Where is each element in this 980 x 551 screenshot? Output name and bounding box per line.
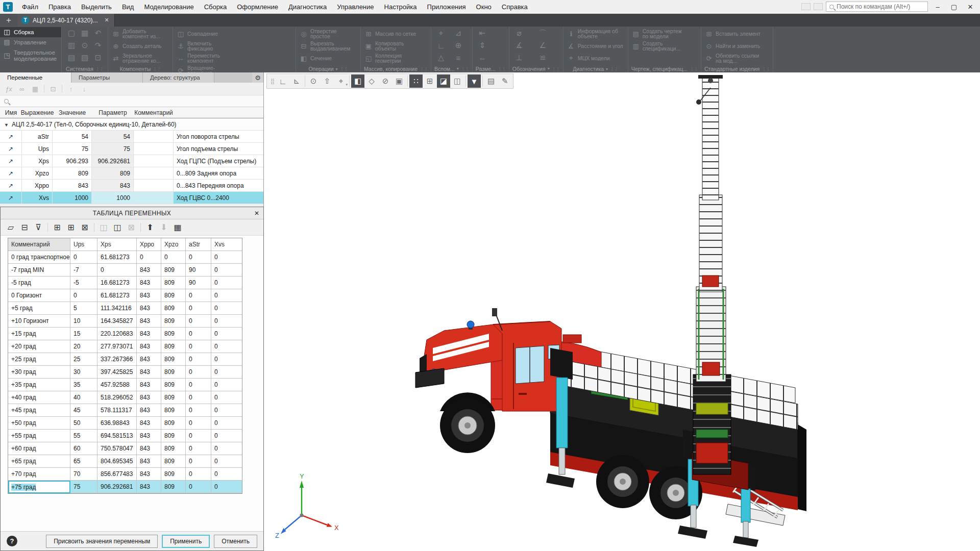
table-cell[interactable]: 0	[137, 251, 161, 264]
table-cell[interactable]: 0	[186, 251, 211, 264]
table-row[interactable]: +30 град30397.42582584380900	[8, 366, 242, 379]
table-cell[interactable]: 55	[70, 430, 97, 442]
save-values-icon[interactable]: ⊽	[32, 221, 44, 234]
panel-tab-0[interactable]: Переменные	[0, 72, 71, 83]
ribbon-icon-button[interactable]: ≌	[537, 52, 548, 63]
variable-cell[interactable]: Ups	[22, 143, 53, 155]
table-row[interactable]: +45 град45578.11131784380900	[8, 404, 242, 417]
table-cell[interactable]: 397.425825	[97, 366, 137, 379]
save-icon[interactable]: ⊟	[18, 221, 31, 234]
ribbon-tab-1[interactable]: ▤Управление	[0, 37, 61, 47]
variable-cell[interactable]: 0...843 Передняя опора	[174, 180, 263, 191]
variable-cell[interactable]: 0...809 Задняя опора	[174, 167, 263, 179]
variable-cell[interactable]: 809	[92, 167, 134, 179]
table-cell[interactable]: 843	[137, 404, 161, 417]
table-row[interactable]: +40 град40518.29605284380900	[8, 391, 242, 404]
variable-cell[interactable]	[134, 180, 174, 191]
ribbon-button[interactable]: ⊞Добавить компонент из...	[110, 28, 170, 40]
menu-item-6[interactable]: Оформление	[232, 1, 283, 13]
table-cell[interactable]: +50 град	[8, 417, 70, 430]
variable-cell[interactable]: Ход ГЦВС 0...2400	[174, 192, 263, 204]
table-row[interactable]: +55 град55694.58151384380900	[8, 430, 242, 442]
table-cell[interactable]: 70	[70, 468, 97, 481]
table-view-icon[interactable]: ▦	[172, 221, 184, 234]
table-cell[interactable]: 809	[161, 289, 186, 302]
menu-item-2[interactable]: Выделить	[76, 1, 117, 13]
ribbon-icon-button[interactable]: ⊿	[453, 28, 464, 39]
table-cell[interactable]: 20	[70, 340, 97, 353]
menu-item-3[interactable]: Вид	[117, 1, 139, 13]
table-cell[interactable]: 843	[137, 442, 161, 455]
table-cell[interactable]: +60 град	[8, 442, 70, 455]
table-cell[interactable]: 0	[211, 251, 242, 264]
variable-cell[interactable]: 1000	[92, 192, 134, 204]
table-cell[interactable]: 0	[211, 277, 242, 289]
table-cell[interactable]: 843	[137, 455, 161, 468]
table-cell[interactable]: 0	[211, 315, 242, 328]
table-cell[interactable]: +65 град	[8, 455, 70, 468]
variable-cell[interactable]: Ход ГЦПС (Подъем стрелы)	[174, 155, 263, 167]
ribbon-icon-button[interactable]: ⊡	[92, 52, 104, 63]
table-row[interactable]: +5 град5111.34211684380900	[8, 302, 242, 315]
table-cell[interactable]: 0	[211, 430, 242, 442]
help-button[interactable]: ?	[7, 536, 17, 546]
table-cell[interactable]: 0	[211, 442, 242, 455]
variable-cell[interactable]: Xvs	[22, 192, 53, 204]
table-cell[interactable]: 0	[186, 391, 211, 404]
table-cell[interactable]: 0	[186, 455, 211, 468]
table-cell[interactable]: 809	[161, 340, 186, 353]
ribbon-button[interactable]: ↔Переместить компонент	[175, 52, 234, 64]
new-tab-button[interactable]: +	[0, 14, 17, 27]
table-row[interactable]: +25 град25337.26736684380900	[8, 353, 242, 366]
table-cell[interactable]: +55 град	[8, 430, 70, 442]
table-cell[interactable]: 0	[186, 468, 211, 481]
variable-cell[interactable]: 843	[53, 180, 92, 191]
open-icon[interactable]: ▱	[5, 221, 17, 234]
table-row[interactable]: +35 град35457.9258884380900	[8, 379, 242, 391]
variables-search[interactable]	[0, 95, 263, 107]
table-cell[interactable]: 843	[137, 277, 161, 289]
table-cell[interactable]: 906.292681	[97, 481, 137, 493]
table-cell[interactable]: 0	[211, 340, 242, 353]
variable-cell[interactable]: Xps	[22, 155, 53, 167]
table-cell[interactable]: 10	[70, 315, 97, 328]
ribbon-icon-button[interactable]: ⇤	[477, 28, 488, 39]
table-cell[interactable]: 61.681273	[97, 289, 137, 302]
table-cell[interactable]: +35 град	[8, 379, 70, 391]
table-cell[interactable]: +5 град	[8, 302, 70, 315]
table-cell[interactable]: 0	[70, 251, 97, 264]
table-cell[interactable]: 164.345827	[97, 315, 137, 328]
table-cell[interactable]: 35	[70, 379, 97, 391]
table-cell[interactable]: 636.98843	[97, 417, 137, 430]
ribbon-button[interactable]: ⊕Создать деталь	[110, 40, 170, 52]
assign-values-button[interactable]: Присвоить значения переменным	[46, 535, 158, 548]
tab-close-icon[interactable]: ✕	[104, 17, 109, 23]
ribbon-icon-button[interactable]: ⇕	[477, 40, 488, 51]
table-cell[interactable]: 843	[137, 353, 161, 366]
table-cell[interactable]: +30 град	[8, 366, 70, 379]
ribbon-tab-0[interactable]: ◫Сборка	[0, 27, 61, 37]
menu-item-1[interactable]: Правка	[43, 1, 76, 13]
ribbon-button[interactable]: ◱Коллекция геометрии	[363, 52, 423, 64]
command-search[interactable]	[826, 2, 928, 12]
menu-item-5[interactable]: Сборка	[199, 1, 232, 13]
ribbon-button[interactable]: ℹИнформация об объекте	[566, 28, 626, 40]
cancel-button[interactable]: Отменить	[214, 535, 257, 548]
table-cell[interactable]: 0	[161, 251, 186, 264]
table-cell[interactable]: 50	[70, 417, 97, 430]
ribbon-button[interactable]: ◧Сечение	[298, 52, 358, 64]
ribbon-button[interactable]: ⚓Включить фиксацию	[175, 40, 234, 52]
table-cell[interactable]: 809	[161, 277, 186, 289]
table-row[interactable]: 0 Горизонт061.68127384380900	[8, 289, 242, 302]
ribbon-icon-button[interactable]: ⊙	[79, 40, 90, 51]
apply-button[interactable]: Применить	[162, 535, 210, 548]
table-cell[interactable]: +15 град	[8, 328, 70, 340]
table-cell[interactable]: 111.342116	[97, 302, 137, 315]
panel-tab-1[interactable]: Параметры	[71, 72, 143, 83]
table-cell[interactable]: 65	[70, 455, 97, 468]
ribbon-button[interactable]: ⇄Зеркальное отражение ко...	[110, 52, 170, 64]
table-cell[interactable]: 809	[161, 328, 186, 340]
table-row[interactable]: -7 град MIN-70843809900	[8, 264, 242, 277]
table-cell[interactable]: 809	[161, 430, 186, 442]
table-cell[interactable]: -5	[70, 277, 97, 289]
